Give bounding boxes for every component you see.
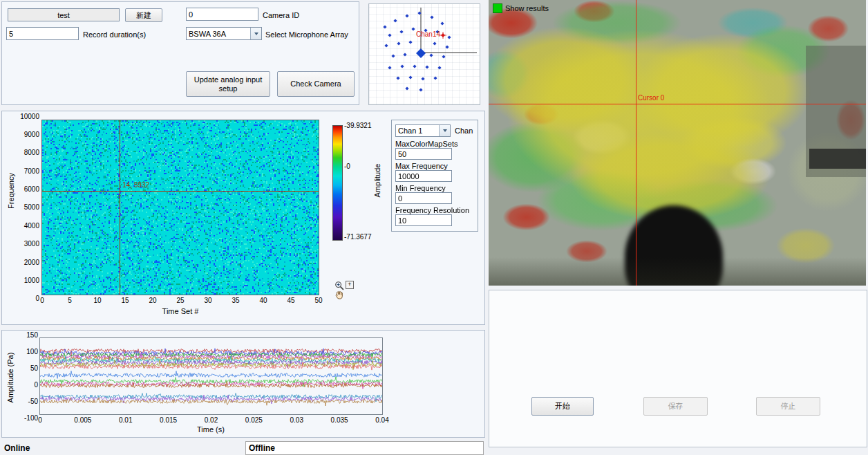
start-button[interactable]: 开始 bbox=[531, 397, 594, 416]
online-status: Online bbox=[4, 443, 30, 453]
channel-select-label: Chan bbox=[455, 127, 473, 135]
spectrogram-plot[interactable] bbox=[42, 120, 319, 295]
waveform-frame bbox=[39, 337, 383, 415]
waveform-yticks: 150100500-50-100 bbox=[15, 335, 38, 418]
microphone-array-select[interactable]: BSWA 36A bbox=[186, 27, 262, 40]
mic-point bbox=[391, 54, 395, 57]
waveform-xlabel: Time (s) bbox=[183, 425, 238, 434]
graph-tools: + bbox=[334, 281, 354, 290]
mic-point bbox=[399, 30, 403, 33]
camera-view[interactable]: Cursor 0 Show results bbox=[489, 0, 866, 286]
show-results-checkbox[interactable] bbox=[493, 3, 502, 13]
mic-point bbox=[384, 44, 388, 47]
zoom-select-box[interactable]: + bbox=[346, 281, 354, 289]
camera-cursor-label: Cursor 0 bbox=[638, 94, 664, 102]
waveform-ylabel: Amplitude (Pa) bbox=[6, 346, 15, 409]
mic-point bbox=[440, 21, 444, 25]
mic-channel-cursor-label: Chan14 bbox=[416, 30, 440, 38]
mic-point bbox=[419, 88, 422, 91]
check-camera-button[interactable]: Check Camera bbox=[277, 71, 355, 97]
mic-point bbox=[411, 27, 415, 30]
camera-cursor-vline[interactable] bbox=[636, 0, 636, 286]
mic-points bbox=[383, 11, 451, 91]
spectrogram-cursor-label: 14, 5932 bbox=[122, 181, 149, 189]
mic-point bbox=[397, 41, 400, 45]
bottom-shade bbox=[489, 257, 866, 286]
chevron-down-icon bbox=[439, 125, 450, 136]
update-analog-input-button[interactable]: Update analog input setup bbox=[186, 71, 270, 97]
mic-point bbox=[429, 53, 433, 57]
save-button[interactable]: 保存 bbox=[643, 397, 708, 416]
min-frequency-label: Min Frequency bbox=[395, 184, 446, 192]
mic-point bbox=[408, 40, 412, 44]
max-colormap-field[interactable] bbox=[395, 148, 452, 160]
max-colormap-label: MaxColorMapSets bbox=[395, 140, 457, 148]
selected-channel-cross bbox=[440, 32, 446, 39]
mic-array-plot[interactable] bbox=[369, 4, 478, 103]
record-duration-label: Record duration(s) bbox=[83, 30, 146, 39]
channel-select[interactable]: Chan 1 bbox=[395, 124, 451, 137]
spectrogram-frame: 14, 5932 bbox=[41, 120, 319, 295]
mic-point bbox=[445, 45, 449, 48]
spectrogram-cursor-vline[interactable] bbox=[120, 120, 120, 295]
mic-point bbox=[433, 76, 437, 80]
max-frequency-field[interactable] bbox=[395, 170, 452, 182]
mic-point bbox=[388, 33, 391, 37]
frequency-resolution-label: Frequency Resolution bbox=[395, 206, 469, 214]
camera-id-field[interactable] bbox=[186, 8, 258, 21]
mic-point bbox=[413, 64, 416, 68]
waveform-panel: Amplitude (Pa) 150100500-50-100 00.0050.… bbox=[1, 330, 485, 438]
colorbar-mid-label: -0 bbox=[344, 162, 350, 170]
mic-point bbox=[405, 86, 408, 90]
mic-point bbox=[383, 25, 386, 28]
offline-status: Offline bbox=[245, 441, 484, 455]
spectrogram-xticks: 05101520253035404550 bbox=[42, 297, 319, 304]
show-results-control[interactable]: Show results bbox=[493, 3, 549, 13]
chevron-down-icon bbox=[250, 28, 261, 39]
min-frequency-field[interactable] bbox=[395, 192, 452, 204]
amplitude-colorbar bbox=[332, 125, 343, 241]
show-results-label: Show results bbox=[505, 4, 549, 12]
dark-fixture bbox=[809, 149, 866, 169]
mic-point bbox=[388, 66, 391, 69]
mic-point bbox=[433, 41, 436, 45]
frequency-resolution-field[interactable] bbox=[395, 214, 452, 226]
acquisition-panel: 新建 Camera ID Record duration(s) BSWA 36A… bbox=[1, 1, 359, 105]
camera-cursor-hline[interactable] bbox=[489, 104, 866, 104]
actions-panel: 开始 保存 停止 bbox=[489, 290, 867, 447]
mic-array-panel: Chan14 bbox=[368, 3, 480, 105]
zoom-icon[interactable] bbox=[334, 281, 344, 290]
record-duration-field[interactable] bbox=[6, 27, 79, 40]
waveform-xticks: 00.0050.010.0150.020.0250.030.0350.04 bbox=[40, 416, 382, 424]
spectrogram-yticks: 1000090008000700060005000400030002000100… bbox=[13, 116, 39, 299]
colorbar-min-label: -71.3677 bbox=[344, 233, 371, 241]
channel-select-value: Chan 1 bbox=[396, 126, 439, 136]
new-button[interactable]: 新建 bbox=[125, 8, 162, 22]
colorbar-title: Amplitude bbox=[373, 156, 381, 205]
mic-point bbox=[405, 14, 408, 17]
waveform-plot[interactable] bbox=[40, 338, 382, 414]
mic-point bbox=[447, 35, 451, 39]
mic-point bbox=[442, 55, 445, 58]
test-name-field[interactable] bbox=[8, 8, 120, 21]
microphone-array-label: Select Microphone Array bbox=[265, 30, 348, 39]
mic-point bbox=[396, 76, 399, 80]
mic-center-marker bbox=[416, 48, 426, 58]
mic-point bbox=[403, 53, 406, 56]
mic-point bbox=[425, 65, 428, 68]
mic-point bbox=[430, 15, 433, 19]
colorbar-max-label: -39.9321 bbox=[344, 122, 371, 129]
camera-id-label: Camera ID bbox=[263, 11, 299, 19]
max-frequency-label: Max Frequency bbox=[395, 162, 448, 170]
spectrogram-panel: Frequency 100009000800070006000500040003… bbox=[1, 111, 485, 325]
pan-hand-icon[interactable] bbox=[334, 290, 344, 300]
mic-point bbox=[393, 19, 397, 22]
spectrogram-settings: Chan 1 Chan MaxColorMapSets Max Frequenc… bbox=[391, 120, 478, 232]
mic-point bbox=[421, 77, 424, 80]
mic-point bbox=[437, 66, 441, 69]
microphone-array-value: BSWA 36A bbox=[187, 29, 250, 39]
stop-button[interactable]: 停止 bbox=[756, 397, 820, 416]
mic-point bbox=[400, 64, 404, 68]
spectrogram-cursor-hline[interactable] bbox=[42, 191, 319, 192]
app-root: 新建 Camera ID Record duration(s) BSWA 36A… bbox=[0, 0, 868, 455]
